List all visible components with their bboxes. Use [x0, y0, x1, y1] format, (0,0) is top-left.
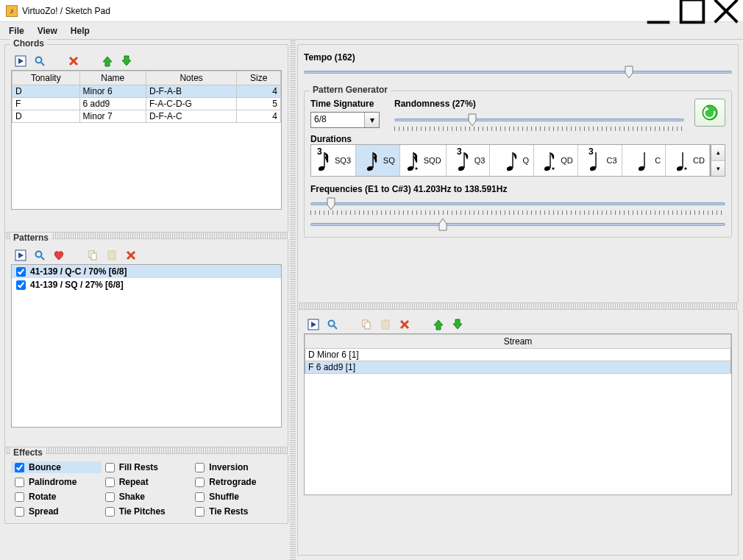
- effect-item[interactable]: Tie Pitches: [102, 506, 192, 517]
- dropdown-icon[interactable]: ▾: [364, 113, 379, 127]
- duration-label: C3: [606, 156, 616, 165]
- chord-column-header[interactable]: Tonality: [13, 71, 80, 85]
- stream-header[interactable]: Stream: [305, 335, 731, 349]
- svg-point-49: [329, 321, 335, 327]
- effect-checkbox[interactable]: [195, 507, 205, 517]
- patterns-effects-splitter[interactable]: [4, 447, 288, 453]
- freq-low-slider[interactable]: [310, 197, 725, 210]
- effect-checkbox[interactable]: [15, 463, 24, 472]
- gen-stream-splitter[interactable]: [297, 303, 739, 309]
- move-down-icon[interactable]: [120, 54, 133, 68]
- paste-icon[interactable]: [379, 318, 392, 331]
- list-item[interactable]: 41-139 / Q-C / 70% [6/8]: [12, 265, 281, 278]
- table-row[interactable]: F 6 add9 [1]: [305, 361, 731, 374]
- table-row[interactable]: F6 add9F-A-C-D-G5: [13, 98, 281, 110]
- duration-item[interactable]: SQD: [400, 145, 447, 176]
- tempo-slider[interactable]: [304, 65, 732, 79]
- effect-item[interactable]: Tie Rests: [191, 506, 282, 517]
- chords-table[interactable]: TonalityNameNotesSizeDMinor 6D-F-A-B4F6 …: [11, 70, 282, 210]
- search-icon[interactable]: [326, 318, 339, 331]
- effect-item[interactable]: Shuffle: [191, 491, 282, 503]
- search-icon[interactable]: [33, 249, 46, 262]
- chord-column-header[interactable]: Name: [79, 71, 146, 85]
- move-up-icon[interactable]: [432, 318, 445, 331]
- effects-legend: Effects: [10, 447, 46, 458]
- menu-file[interactable]: File: [3, 24, 30, 38]
- durations-spinner[interactable]: ▴ ▾: [711, 144, 725, 177]
- time-signature-select[interactable]: 6/8 ▾: [310, 112, 380, 128]
- duration-item[interactable]: 3SQ3: [311, 145, 356, 176]
- effect-checkbox[interactable]: [15, 478, 24, 487]
- paste-icon[interactable]: [105, 249, 118, 262]
- copy-icon[interactable]: [360, 318, 373, 331]
- duration-item[interactable]: QD: [534, 145, 578, 176]
- table-cell: D: [13, 110, 80, 123]
- favorite-icon[interactable]: [52, 249, 65, 262]
- duration-label: Q: [523, 156, 530, 165]
- effect-item[interactable]: Spread: [11, 506, 102, 517]
- menu-help[interactable]: Help: [65, 24, 96, 38]
- table-row[interactable]: DMinor 7D-F-A-C4: [13, 110, 281, 123]
- move-up-icon[interactable]: [101, 54, 114, 68]
- effect-item[interactable]: Bounce: [11, 461, 102, 473]
- effect-item[interactable]: Repeat: [102, 476, 192, 488]
- freq-high-slider[interactable]: [310, 218, 725, 231]
- spin-up-icon[interactable]: ▴: [711, 145, 725, 161]
- generate-button[interactable]: [694, 99, 725, 127]
- chords-legend: Chords: [10, 38, 47, 49]
- pattern-generator-group: Pattern Generator Time Signature 6/8 ▾ R…: [304, 91, 732, 238]
- effect-item[interactable]: Rotate: [11, 491, 102, 503]
- table-row[interactable]: D Minor 6 [1]: [305, 349, 731, 361]
- search-icon[interactable]: [33, 54, 46, 68]
- duration-item[interactable]: CD: [666, 145, 710, 176]
- effect-item[interactable]: Inversion: [191, 461, 282, 473]
- play-icon[interactable]: [14, 54, 27, 68]
- effect-checkbox[interactable]: [15, 492, 24, 502]
- durations-list[interactable]: 3SQ3SQSQD3Q3QQD3C3CCD: [310, 144, 711, 177]
- delete-icon[interactable]: [124, 249, 138, 262]
- copy-icon[interactable]: [86, 249, 99, 262]
- chord-column-header[interactable]: Notes: [146, 71, 236, 85]
- effect-checkbox[interactable]: [105, 478, 115, 487]
- duration-item[interactable]: 3C3: [578, 145, 622, 176]
- patterns-list[interactable]: 41-139 / Q-C / 70% [6/8]41-139 / SQ / 27…: [11, 264, 282, 428]
- stream-group: StreamD Minor 6 [1]F 6 add9 [1]: [297, 309, 739, 556]
- stream-table[interactable]: StreamD Minor 6 [1]F 6 add9 [1]: [304, 333, 732, 495]
- menu-view[interactable]: View: [32, 24, 63, 38]
- effect-item[interactable]: Retrograde: [191, 476, 282, 488]
- effect-checkbox[interactable]: [195, 463, 205, 472]
- maximize-button[interactable]: [675, 0, 709, 22]
- effect-checkbox[interactable]: [105, 463, 115, 472]
- delete-icon[interactable]: [67, 54, 80, 68]
- duration-item[interactable]: C: [622, 145, 666, 176]
- effect-checkbox[interactable]: [105, 492, 115, 502]
- patterns-legend: Patterns: [10, 233, 51, 243]
- table-row[interactable]: DMinor 6D-F-A-B4: [13, 85, 281, 98]
- randomness-slider[interactable]: [394, 113, 684, 127]
- effect-checkbox[interactable]: [105, 507, 115, 517]
- delete-icon[interactable]: [398, 318, 411, 331]
- effect-item[interactable]: Fill Rests: [102, 461, 192, 473]
- move-down-icon[interactable]: [451, 318, 464, 331]
- play-icon[interactable]: [14, 249, 27, 262]
- effect-checkbox[interactable]: [195, 492, 205, 502]
- close-button[interactable]: [709, 0, 743, 22]
- svg-marker-56: [434, 320, 443, 330]
- duration-item[interactable]: SQ: [356, 145, 400, 176]
- main-v-splitter[interactable]: [290, 40, 296, 560]
- chord-column-header[interactable]: Size: [237, 71, 281, 85]
- effect-checkbox[interactable]: [195, 478, 205, 487]
- effect-item[interactable]: Shake: [102, 491, 192, 503]
- effect-checkbox[interactable]: [15, 507, 24, 517]
- effect-item[interactable]: Palindrome: [11, 476, 102, 488]
- minimize-button[interactable]: [641, 0, 675, 22]
- duration-item[interactable]: 3Q3: [447, 145, 491, 176]
- spin-down-icon[interactable]: ▾: [711, 161, 725, 177]
- duration-item[interactable]: Q: [490, 145, 534, 176]
- frequencies-label: Frequencies (E1 to C#3) 41.203Hz to 138.…: [310, 184, 507, 194]
- pattern-label: 41-139 / Q-C / 70% [6/8]: [30, 266, 127, 277]
- pattern-checkbox[interactable]: [16, 280, 26, 290]
- play-icon[interactable]: [307, 318, 320, 331]
- list-item[interactable]: 41-139 / SQ / 27% [6/8]: [12, 278, 281, 291]
- pattern-checkbox[interactable]: [16, 267, 26, 277]
